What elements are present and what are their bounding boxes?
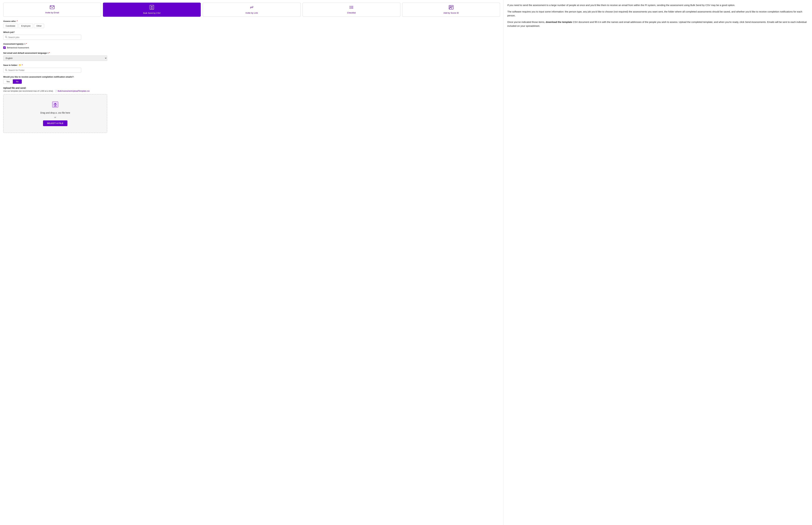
save-folder-section: Save in folder: 📁 *	[3, 64, 500, 73]
folder-search-input[interactable]	[8, 69, 79, 71]
upload-title: Upload file and send:	[3, 87, 500, 89]
info-icon: ℹ	[25, 43, 25, 45]
dropzone-text: Drag and drop a .csv file here	[40, 111, 70, 114]
yes-btn[interactable]: Yes	[3, 79, 13, 84]
no-btn[interactable]: No	[13, 79, 22, 84]
tab-add-score-id-label: Add by Score ID	[444, 12, 459, 14]
behavioral-assessment-label: Behavioral Assessment	[7, 46, 29, 49]
svg-point-11	[450, 6, 451, 7]
dropzone[interactable]: Drag and drop a .csv file here or SELECT…	[3, 94, 107, 133]
upload-section: Upload file and send: Use our template (…	[3, 87, 500, 133]
download-template-bold: download the template	[546, 20, 572, 24]
template-link[interactable]: BulkAssessmentUploadTemplate.csv	[58, 90, 90, 92]
notification-label: Would you like to receive assessment com…	[3, 76, 500, 78]
right-panel-para-2: The software requires you to input some …	[507, 10, 808, 17]
svg-line-15	[7, 38, 7, 38]
folder-search-icon	[5, 69, 7, 72]
required-star-3: *	[49, 52, 50, 54]
candidate-btn[interactable]: Candidate	[3, 24, 18, 28]
required-star: *	[17, 20, 17, 22]
required-star-2: *	[26, 43, 27, 45]
save-folder-label: Save in folder: 📁 *	[3, 64, 500, 66]
svg-rect-6	[350, 8, 350, 9]
right-panel: If you need to send the assessment to a …	[504, 0, 812, 525]
job-search-input[interactable]	[8, 36, 79, 39]
search-icon	[5, 36, 7, 39]
upload-icon	[150, 5, 154, 11]
assess-who-label: Assess who: *	[3, 20, 500, 22]
required-star-4: *	[22, 64, 23, 66]
tab-checklist-label: Checklist	[347, 12, 356, 14]
language-select[interactable]: English Spanish French German Portuguese	[3, 56, 107, 61]
checklist-icon	[349, 5, 353, 10]
folder-search-wrap[interactable]	[3, 68, 81, 73]
assessment-type-label: Assessment type(s): ℹ *	[3, 43, 500, 45]
tab-checklist[interactable]: Checklist	[303, 3, 400, 17]
tab-invite-link-label: Invite by Link	[246, 12, 258, 14]
select-file-button[interactable]: SELECT A FILE	[43, 120, 68, 126]
behavioral-assessment-row[interactable]: Behavioral Assessment	[3, 46, 500, 49]
link-icon	[250, 5, 254, 10]
dropzone-or: or	[54, 116, 56, 119]
svg-line-17	[7, 71, 7, 71]
score-id-icon	[449, 5, 453, 10]
right-panel-para-3: Once you've indicated those items, downl…	[507, 20, 808, 28]
left-panel: Invite by Email Bulk Send by CSV	[0, 0, 504, 525]
email-icon	[50, 5, 54, 10]
file-icon: 📄	[55, 90, 57, 92]
which-job-section: Which job?	[3, 31, 500, 40]
upload-desc: Use our template (we recommend max of 1,…	[3, 90, 500, 92]
page-container: Invite by Email Bulk Send by CSV	[0, 0, 812, 525]
which-job-label: Which job?	[3, 31, 500, 33]
job-search-wrap[interactable]	[3, 35, 81, 40]
language-section: Set email and default assessment languag…	[3, 52, 500, 61]
svg-rect-5	[350, 7, 350, 7]
notification-section: Would you like to receive assessment com…	[3, 76, 500, 84]
tab-invite-email-label: Invite by Email	[45, 11, 59, 14]
employee-btn[interactable]: Employee	[19, 24, 33, 28]
yes-no-buttons: Yes No	[3, 79, 500, 84]
right-panel-para-1: If you need to send the assessment to a …	[507, 3, 808, 7]
other-btn[interactable]: Other	[34, 24, 44, 28]
tab-bulk-csv-label: Bulk Send by CSV	[143, 12, 161, 14]
language-label: Set email and default assessment languag…	[3, 52, 500, 54]
assessment-type-section: Assessment type(s): ℹ * Behavioral Asses…	[3, 43, 500, 49]
behavioral-assessment-checkbox[interactable]	[3, 46, 6, 49]
assess-who-section: Assess who: * Candidate Employee Other	[3, 20, 500, 28]
info-icon-2: ℹ	[47, 52, 48, 54]
folder-icon: 📁	[18, 64, 21, 66]
tab-bulk-csv[interactable]: Bulk Send by CSV	[103, 3, 201, 17]
upload-cloud-icon	[52, 101, 59, 109]
tab-invite-link[interactable]: Invite by Link	[203, 3, 301, 17]
tab-row: Invite by Email Bulk Send by CSV	[3, 3, 500, 17]
assess-who-buttons: Candidate Employee Other	[3, 24, 500, 28]
tab-add-score-id[interactable]: Add by Score ID	[402, 3, 500, 17]
tab-invite-email[interactable]: Invite by Email	[3, 3, 101, 17]
svg-rect-4	[350, 6, 350, 6]
